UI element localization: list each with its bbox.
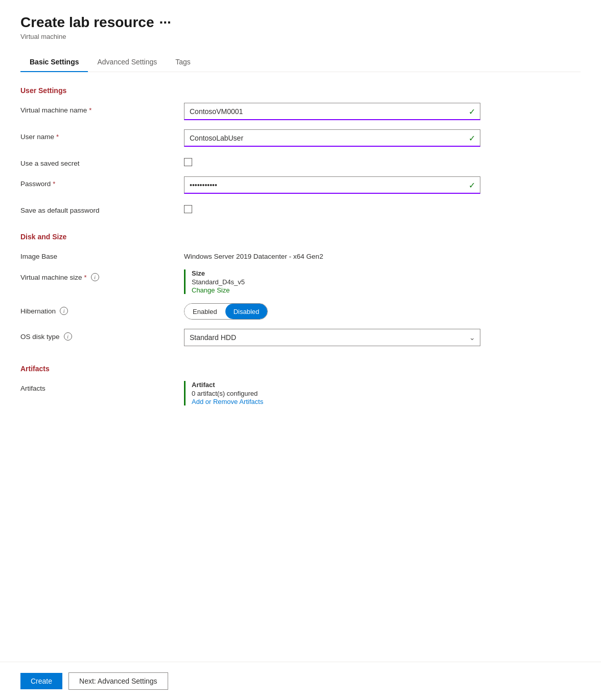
next-advanced-settings-button[interactable]: Next: Advanced Settings [68, 672, 168, 690]
password-input[interactable] [184, 176, 480, 194]
artifacts-label: Artifacts [20, 381, 184, 392]
hibernation-toggle: Enabled Disabled [184, 303, 268, 320]
vm-size-row: Virtual machine size * i Size Standard_D… [20, 269, 581, 294]
hibernation-disabled[interactable]: Disabled [225, 304, 268, 319]
create-button[interactable]: Create [20, 673, 62, 689]
artifacts-control: Artifact 0 artifact(s) configured Add or… [184, 381, 480, 405]
password-label: Password * [20, 176, 184, 188]
username-label: User name * [20, 129, 184, 141]
artifacts-header: Artifacts [20, 365, 581, 373]
username-checkmark: ✓ [469, 133, 475, 143]
artifact-count: 0 artifact(s) configured [192, 390, 480, 397]
change-size-link[interactable]: Change Size [192, 286, 229, 294]
image-base-row: Image Base Windows Server 2019 Datacente… [20, 249, 581, 260]
page-subtitle: Virtual machine [20, 33, 581, 40]
vm-name-label: Virtual machine name * [20, 103, 184, 114]
os-disk-select[interactable]: Standard HDD Standard SSD Premium SSD [184, 329, 480, 346]
hibernation-label: Hibernation i [20, 303, 184, 315]
tab-advanced-settings[interactable]: Advanced Settings [88, 53, 166, 72]
page-title: Create lab resource [20, 14, 154, 31]
username-row: User name * ✓ [20, 129, 581, 147]
password-control: ✓ [184, 176, 480, 194]
os-disk-info-icon: i [64, 332, 72, 341]
vm-name-row: Virtual machine name * ✓ [20, 103, 581, 120]
vm-name-control: ✓ [184, 103, 480, 120]
page-ellipsis: ··· [159, 14, 171, 31]
image-base-label: Image Base [20, 249, 184, 260]
password-checkmark: ✓ [469, 180, 475, 190]
vm-size-required: * [84, 274, 87, 281]
hibernation-row: Hibernation i Enabled Disabled [20, 303, 581, 320]
artifacts-row: Artifacts Artifact 0 artifact(s) configu… [20, 381, 581, 405]
size-value: Standard_D4s_v5 [192, 278, 480, 286]
user-settings-header: User Settings [20, 86, 581, 95]
vm-name-required: * [89, 106, 91, 114]
password-row: Password * ✓ [20, 176, 581, 194]
default-password-control [184, 203, 480, 213]
saved-secret-row: Use a saved secret [20, 156, 581, 167]
os-disk-control: Standard HDD Standard SSD Premium SSD ⌄ [184, 329, 480, 346]
saved-secret-checkbox[interactable] [184, 158, 192, 166]
os-disk-label: OS disk type i [20, 329, 184, 341]
vm-name-input[interactable] [184, 103, 480, 120]
artifact-heading: Artifact [192, 381, 480, 389]
hibernation-control: Enabled Disabled [184, 303, 480, 320]
artifact-block: Artifact 0 artifact(s) configured Add or… [184, 381, 480, 405]
tab-basic-settings[interactable]: Basic Settings [20, 53, 88, 72]
os-disk-row: OS disk type i Standard HDD Standard SSD… [20, 329, 581, 346]
disk-size-header: Disk and Size [20, 233, 581, 241]
saved-secret-control [184, 156, 480, 166]
vm-name-checkmark: ✓ [469, 107, 475, 117]
saved-secret-label: Use a saved secret [20, 156, 184, 167]
vm-size-info-icon: i [91, 273, 99, 281]
vm-size-label: Virtual machine size * i [20, 269, 184, 281]
footer: Create Next: Advanced Settings [0, 662, 601, 700]
username-input[interactable] [184, 129, 480, 147]
size-heading: Size [192, 269, 480, 277]
vm-size-control: Size Standard_D4s_v5 Change Size [184, 269, 480, 294]
default-password-checkbox[interactable] [184, 205, 192, 213]
image-base-value: Windows Server 2019 Datacenter - x64 Gen… [184, 249, 480, 260]
tab-tags[interactable]: Tags [166, 53, 200, 72]
image-base-control: Windows Server 2019 Datacenter - x64 Gen… [184, 249, 480, 260]
hibernation-info-icon: i [60, 307, 68, 315]
password-required: * [53, 180, 55, 188]
username-required: * [56, 133, 59, 141]
add-remove-artifacts-link[interactable]: Add or Remove Artifacts [192, 398, 263, 405]
default-password-label: Save as default password [20, 203, 184, 214]
hibernation-enabled[interactable]: Enabled [184, 304, 225, 319]
tabs-container: Basic Settings Advanced Settings Tags [20, 53, 581, 72]
size-block: Size Standard_D4s_v5 Change Size [184, 269, 480, 294]
default-password-row: Save as default password [20, 203, 581, 214]
username-control: ✓ [184, 129, 480, 147]
